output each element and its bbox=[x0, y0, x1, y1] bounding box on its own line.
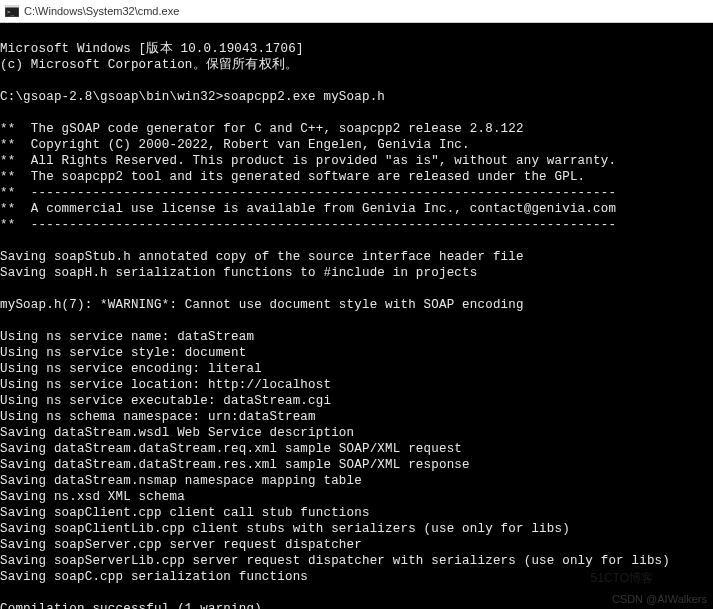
output-line: Using ns service style: document bbox=[0, 346, 246, 360]
titlebar-title: C:\Windows\System32\cmd.exe bbox=[24, 5, 179, 17]
output-line: Using ns service name: dataStream bbox=[0, 330, 254, 344]
prompt-line: C:\gsoap-2.8\gsoap\bin\win32>soapcpp2.ex… bbox=[0, 90, 385, 104]
output-line: Microsoft Windows [版本 10.0.19043.1706] bbox=[0, 42, 304, 56]
output-line: ** Copyright (C) 2000-2022, Robert van E… bbox=[0, 138, 470, 152]
output-line: Saving soapH.h serialization functions t… bbox=[0, 266, 477, 280]
titlebar[interactable]: >_ C:\Windows\System32\cmd.exe bbox=[0, 0, 713, 23]
output-line: Using ns schema namespace: urn:dataStrea… bbox=[0, 410, 316, 424]
svg-text:>_: >_ bbox=[7, 8, 15, 16]
output-line: ** The gSOAP code generator for C and C+… bbox=[0, 122, 524, 136]
output-line: Saving soapClient.cpp client call stub f… bbox=[0, 506, 370, 520]
output-line: Saving soapStub.h annotated copy of the … bbox=[0, 250, 524, 264]
output-line: Using ns service encoding: literal bbox=[0, 362, 262, 376]
output-line: ** All Rights Reserved. This product is … bbox=[0, 154, 616, 168]
output-line: ** -------------------------------------… bbox=[0, 218, 616, 232]
output-line bbox=[0, 234, 8, 248]
output-line bbox=[0, 106, 8, 120]
output-line bbox=[0, 282, 8, 296]
cmd-window: >_ C:\Windows\System32\cmd.exe Microsoft… bbox=[0, 0, 713, 609]
output-line bbox=[0, 314, 8, 328]
output-line bbox=[0, 586, 8, 600]
output-line: Saving dataStream.wsdl Web Service descr… bbox=[0, 426, 354, 440]
watermark: CSDN @AIWalkers bbox=[612, 593, 707, 605]
output-line: (c) Microsoft Corporation。保留所有权利。 bbox=[0, 58, 298, 72]
output-line: Saving soapServer.cpp server request dis… bbox=[0, 538, 362, 552]
command: soapcpp2.exe mySoap.h bbox=[223, 90, 385, 104]
output-line: ** The soapcpp2 tool and its generated s… bbox=[0, 170, 585, 184]
output-line: Using ns service executable: dataStream.… bbox=[0, 394, 331, 408]
output-line: ** -------------------------------------… bbox=[0, 186, 616, 200]
cwd: C:\gsoap-2.8\gsoap\bin\win32> bbox=[0, 90, 223, 104]
output-line: Saving dataStream.nsmap namespace mappin… bbox=[0, 474, 362, 488]
output-line: Saving soapServerLib.cpp server request … bbox=[0, 554, 670, 568]
output-line: Using ns service location: http://localh… bbox=[0, 378, 331, 392]
output-line: Saving soapC.cpp serialization functions bbox=[0, 570, 308, 584]
cmd-icon: >_ bbox=[4, 3, 20, 19]
terminal-output[interactable]: Microsoft Windows [版本 10.0.19043.1706] (… bbox=[0, 23, 713, 609]
footer-line: Compilation successful (1 warning) bbox=[0, 602, 262, 609]
output-line: Saving dataStream.dataStream.res.xml sam… bbox=[0, 458, 470, 472]
warning-line: mySoap.h(7): *WARNING*: Cannot use docum… bbox=[0, 298, 524, 312]
output-line bbox=[0, 74, 8, 88]
watermark: 51CTO博客 bbox=[591, 570, 653, 587]
output-line: Saving ns.xsd XML schema bbox=[0, 490, 185, 504]
output-line: ** A commercial use license is available… bbox=[0, 202, 616, 216]
output-line: Saving soapClientLib.cpp client stubs wi… bbox=[0, 522, 570, 536]
output-line: Saving dataStream.dataStream.req.xml sam… bbox=[0, 442, 462, 456]
